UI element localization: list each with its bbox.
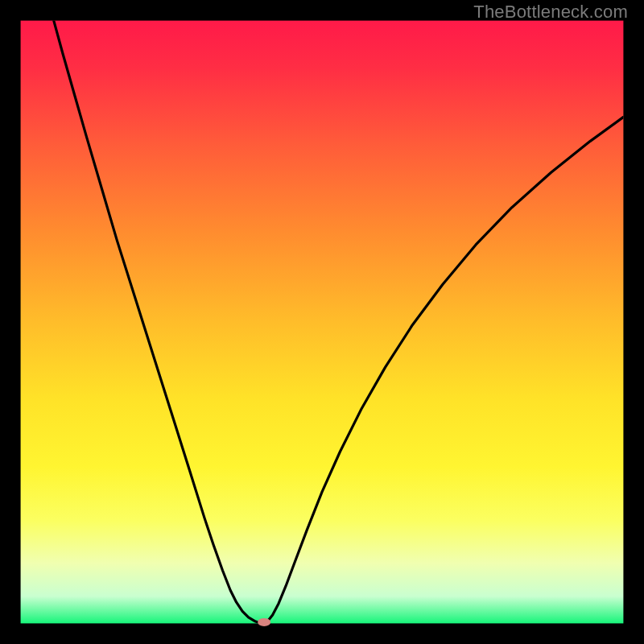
gradient-background <box>21 21 624 624</box>
chart-frame: TheBottleneck.com <box>0 0 644 644</box>
bottleneck-chart <box>0 0 644 644</box>
optimal-point-marker <box>258 618 270 626</box>
watermark-text: TheBottleneck.com <box>473 2 628 23</box>
